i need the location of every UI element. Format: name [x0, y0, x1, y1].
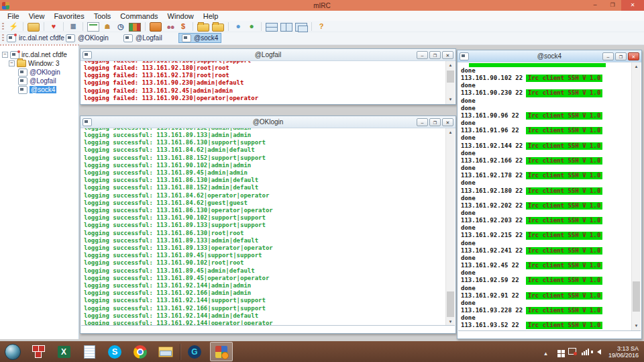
- switchbar-tab-sock4[interactable]: @sock4: [178, 33, 221, 43]
- scrollbar-thumb[interactable]: [633, 281, 640, 312]
- address-book-icon[interactable]: [150, 22, 162, 32]
- collapse-icon[interactable]: [2, 52, 8, 58]
- scrollbar-thumb[interactable]: [447, 71, 454, 83]
- connect-icon[interactable]: [8, 21, 19, 32]
- log-line: done: [461, 210, 631, 217]
- done-text: done: [461, 165, 476, 172]
- menu-view[interactable]: View: [24, 12, 50, 20]
- sock4-minimize-button[interactable]: [602, 52, 614, 60]
- menu-window[interactable]: Window: [163, 12, 199, 20]
- channels-central-icon[interactable]: [246, 21, 257, 32]
- query-folder-icon[interactable]: [212, 24, 224, 32]
- favorites-icon[interactable]: [48, 21, 59, 32]
- taskbar-clock[interactable]: 3:13 SA 19/06/2016: [608, 345, 639, 359]
- cascade-icon[interactable]: [295, 23, 307, 32]
- switchbar: irc.dal.net cfdfe@OKlogin@Logfail@sock4: [0, 32, 644, 45]
- windows-flag-icon[interactable]: [555, 347, 564, 357]
- taskbar-explorer-icon[interactable]: [157, 343, 174, 361]
- dcc-send-icon[interactable]: [178, 21, 189, 32]
- scroll-up-icon[interactable]: [446, 61, 455, 70]
- taskbar-excel-icon[interactable]: X: [55, 343, 72, 361]
- taskbar-notepad-icon[interactable]: [80, 343, 98, 361]
- minimize-button[interactable]: [586, 0, 604, 11]
- logfail-text-area[interactable]: logging failed: 113.161.92.180|support|s…: [81, 60, 445, 105]
- tree-row[interactable]: @sock4: [18, 85, 56, 94]
- done-text: done: [461, 269, 476, 277]
- script-editor-icon[interactable]: [87, 22, 99, 32]
- network-signal-icon[interactable]: [582, 347, 590, 357]
- tree-row[interactable]: @OKlogin: [18, 68, 60, 77]
- sock4-titlebar[interactable]: @sock4: [458, 50, 641, 62]
- url-list-icon[interactable]: [233, 21, 244, 32]
- scrollbar-thumb[interactable]: [447, 291, 454, 317]
- tray-alert-icon[interactable]: [568, 347, 577, 357]
- collapse-icon[interactable]: [9, 60, 15, 66]
- taskbar-unikey-icon[interactable]: [30, 343, 47, 361]
- log-line: logging successful: 113.161.92.144|admin…: [84, 282, 445, 289]
- logfail-maximize-button[interactable]: [429, 51, 441, 59]
- switchbar-tab-ircdalnetcfdfe[interactable]: irc.dal.net cfdfe: [4, 33, 67, 43]
- timer-icon[interactable]: [115, 21, 126, 32]
- sock4-close-button[interactable]: [628, 52, 639, 60]
- sock4-text-area[interactable]: done113.161.90.102 22Irc client SSH V 1.…: [458, 62, 631, 331]
- log-line: logging successful: 113.161.86.130|admin…: [84, 177, 445, 184]
- switchbar-tab-OKlogin[interactable]: @OKlogin: [63, 33, 111, 43]
- volume-icon[interactable]: [595, 347, 604, 357]
- logfail-title: @Logfail: [80, 51, 455, 58]
- scroll-up-icon[interactable]: [446, 128, 455, 137]
- chat-folder-icon[interactable]: [197, 24, 209, 32]
- switchbar-tab-Logfail[interactable]: @Logfail: [121, 33, 165, 43]
- menu-favorites[interactable]: Favorites: [49, 12, 89, 20]
- done-text: done: [461, 240, 476, 247]
- tree-row[interactable]: irc.dal.net cfdfe: [2, 50, 67, 59]
- oklogin-scrollbar[interactable]: [445, 128, 455, 326]
- sock4-maximize-button[interactable]: [615, 52, 627, 60]
- sock4-editbox[interactable]: [458, 330, 641, 338]
- oklogin-editbox[interactable]: [81, 325, 455, 332]
- tree-row[interactable]: Window: 3: [9, 59, 60, 68]
- options-icon[interactable]: [28, 23, 40, 32]
- ssh-banner: Irc client SSH V 1.0: [526, 277, 602, 284]
- tree-row[interactable]: @Logfail: [18, 77, 56, 85]
- tile-horizontal-icon[interactable]: [266, 23, 278, 32]
- maximize-button[interactable]: [604, 0, 621, 11]
- log-line: 113.161.90.102 22Irc client SSH V 1.0: [461, 75, 631, 82]
- users-icon[interactable]: [164, 21, 175, 32]
- start-orb-icon: [5, 344, 21, 360]
- scanned-ip: 113.161.92.59 22: [461, 277, 526, 284]
- notify-list-icon[interactable]: [102, 21, 113, 32]
- menu-file[interactable]: File: [3, 12, 24, 20]
- hidden-icons-chevron[interactable]: [541, 347, 550, 357]
- taskbar-idm-icon[interactable]: G: [186, 343, 203, 361]
- colors-icon[interactable]: [129, 23, 141, 32]
- scroll-down-icon[interactable]: [632, 322, 641, 330]
- oklogin-text-area[interactable]: logging successful: 113.161.88.152|admin…: [81, 128, 445, 327]
- tree-item-server: irc.dal.net cfdfe: [21, 51, 67, 58]
- tile-vertical-icon[interactable]: [280, 23, 292, 32]
- menu-commands[interactable]: Commands: [115, 12, 162, 20]
- logfail-minimize-button[interactable]: [417, 51, 428, 59]
- logfail-scrollbar[interactable]: [445, 61, 455, 104]
- taskbar-chrome-icon[interactable]: [131, 343, 149, 361]
- scroll-down-icon[interactable]: [446, 95, 455, 104]
- start-button[interactable]: [4, 343, 21, 361]
- logfail-close-button[interactable]: [442, 51, 453, 59]
- custom-window-icon: [182, 34, 191, 42]
- taskbar-skype-icon[interactable]: S: [106, 343, 123, 361]
- menu-help[interactable]: Help: [199, 12, 223, 20]
- channels-list-icon[interactable]: [68, 21, 78, 32]
- oklogin-titlebar[interactable]: @OKlogin: [80, 116, 455, 128]
- log-line: logging successful: 113.161.89.45|admin|…: [84, 169, 445, 177]
- taskbar-mirc-icon[interactable]: [210, 342, 233, 361]
- sock4-scrollbar[interactable]: [631, 62, 641, 330]
- close-button[interactable]: [621, 0, 644, 11]
- oklogin-maximize-button[interactable]: [429, 118, 441, 126]
- oklogin-close-button[interactable]: [442, 118, 453, 126]
- oklogin-minimize-button[interactable]: [417, 118, 428, 126]
- logfail-titlebar[interactable]: @Logfail: [80, 49, 455, 61]
- help-icon[interactable]: [316, 21, 327, 32]
- main-titlebar[interactable]: mIRC: [0, 0, 644, 11]
- menu-tools[interactable]: Tools: [89, 12, 116, 20]
- scanned-ip: 113.161.92.203 22: [461, 217, 526, 224]
- scroll-up-icon[interactable]: [632, 62, 641, 71]
